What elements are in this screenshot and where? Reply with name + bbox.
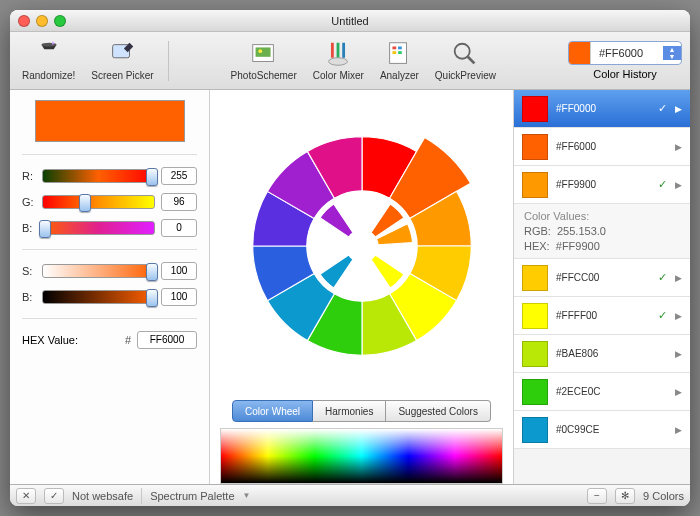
disclosure-icon[interactable]: ▶ bbox=[675, 142, 682, 152]
disclosure-icon[interactable]: ▶ bbox=[675, 273, 682, 283]
slider-r-value[interactable]: 255 bbox=[161, 167, 197, 185]
mixer-icon bbox=[323, 40, 353, 68]
swatch-row[interactable]: #0C99CE ▶ bbox=[514, 411, 690, 449]
slider-br-value[interactable]: 100 bbox=[161, 288, 197, 306]
swatch-row[interactable]: #FF6000 ▶ bbox=[514, 128, 690, 166]
check-icon: ✓ bbox=[658, 271, 667, 284]
panel-center: Color Wheel Harmonies Suggested Colors bbox=[210, 90, 514, 484]
statusbar: ✕ ✓ Not websafe Spectrum Palette ▼ − ✻ 9… bbox=[10, 484, 690, 506]
disclosure-icon[interactable]: ▶ bbox=[675, 425, 682, 435]
status-websafe: Not websafe bbox=[72, 490, 133, 502]
color-history-label: Color History bbox=[593, 68, 657, 80]
slider-g-track[interactable] bbox=[42, 195, 155, 209]
eyedropper-icon bbox=[107, 40, 137, 68]
check-icon: ✓ bbox=[658, 178, 667, 191]
color-values-box: Color Values: RGB: 255.153.0 HEX: #FF990… bbox=[514, 204, 690, 259]
quick-preview-label: QuickPreview bbox=[435, 70, 496, 81]
swatch-row[interactable]: #FFFF00 ✓ ▶ bbox=[514, 297, 690, 335]
history-stepper[interactable]: ▲▼ bbox=[663, 46, 681, 60]
swatch-hex: #FF9900 bbox=[556, 179, 650, 190]
chevron-down-icon[interactable]: ▼ bbox=[243, 491, 251, 500]
svg-point-11 bbox=[455, 44, 470, 59]
slider-br-track[interactable] bbox=[42, 290, 155, 304]
analyzer-icon bbox=[384, 40, 414, 68]
swatch-row[interactable]: #FF9900 ✓ ▶ bbox=[514, 166, 690, 204]
remove-swatch-button[interactable]: − bbox=[587, 488, 607, 504]
tab-harmonies[interactable]: Harmonies bbox=[313, 400, 386, 422]
swatch-hex: #FF6000 bbox=[556, 141, 667, 152]
swatch-row[interactable]: #BAE806 ▶ bbox=[514, 335, 690, 373]
slider-s-track[interactable] bbox=[42, 264, 155, 278]
analyzer-button[interactable]: Analyzer bbox=[376, 38, 423, 83]
slider-g: G: 96 bbox=[22, 193, 197, 211]
screen-picker-button[interactable]: Screen Picker bbox=[87, 38, 157, 83]
swatch-hex: #FFFF00 bbox=[556, 310, 650, 321]
slider-r-track[interactable] bbox=[42, 169, 155, 183]
close-icon[interactable] bbox=[18, 15, 30, 27]
swatch-hex: #2ECE0C bbox=[556, 386, 667, 397]
disclosure-icon[interactable]: ▶ bbox=[675, 387, 682, 397]
swatch-chip bbox=[522, 341, 548, 367]
app-window: Untitled Randomize! Screen Picker PhotoS… bbox=[10, 10, 690, 506]
svg-point-4 bbox=[258, 49, 262, 53]
color-wheel[interactable] bbox=[247, 131, 477, 361]
svg-rect-3 bbox=[255, 47, 270, 56]
swatch-row[interactable]: #FF0000 ✓ ▶ bbox=[514, 90, 690, 128]
wheel-area bbox=[220, 98, 503, 394]
window-title: Untitled bbox=[66, 15, 634, 27]
disclosure-icon[interactable]: ▶ bbox=[675, 311, 682, 321]
swatch-chip bbox=[522, 265, 548, 291]
color-history-field[interactable]: #FF6000 ▲▼ bbox=[568, 41, 682, 65]
slider-b: B: 0 bbox=[22, 219, 197, 237]
disclosure-icon[interactable]: ▶ bbox=[675, 349, 682, 359]
randomize-button[interactable]: Randomize! bbox=[18, 38, 79, 83]
screen-picker-label: Screen Picker bbox=[91, 70, 153, 81]
history-swatch bbox=[569, 42, 591, 64]
svg-rect-9 bbox=[393, 51, 397, 54]
photo-schemer-button[interactable]: PhotoSchemer bbox=[227, 38, 301, 83]
swatch-chip bbox=[522, 134, 548, 160]
disclosure-icon[interactable]: ▶ bbox=[675, 180, 682, 190]
cv-title: Color Values: bbox=[524, 210, 680, 222]
slider-s-value[interactable]: 100 bbox=[161, 262, 197, 280]
status-action-2[interactable]: ✓ bbox=[44, 488, 64, 504]
panel-left: R: 255 G: 96 B: 0 S: 100 B: bbox=[10, 90, 210, 484]
separator bbox=[168, 41, 169, 81]
traffic-lights bbox=[18, 15, 66, 27]
titlebar: Untitled bbox=[10, 10, 690, 32]
slider-b-track[interactable] bbox=[42, 221, 155, 235]
slider-b-value[interactable]: 0 bbox=[161, 219, 197, 237]
main-swatch[interactable] bbox=[35, 100, 185, 142]
color-mixer-label: Color Mixer bbox=[313, 70, 364, 81]
swatch-options-button[interactable]: ✻ bbox=[615, 488, 635, 504]
svg-point-5 bbox=[329, 58, 348, 66]
wand-icon bbox=[34, 40, 64, 68]
check-icon: ✓ bbox=[658, 309, 667, 322]
photo-icon bbox=[249, 40, 279, 68]
center-tabs: Color Wheel Harmonies Suggested Colors bbox=[232, 400, 491, 422]
hex-input[interactable]: FF6000 bbox=[137, 331, 197, 349]
swatch-chip bbox=[522, 96, 548, 122]
toolbar: Randomize! Screen Picker PhotoSchemer Co… bbox=[10, 32, 690, 90]
swatch-chip bbox=[522, 172, 548, 198]
slider-g-value[interactable]: 96 bbox=[161, 193, 197, 211]
tab-color-wheel[interactable]: Color Wheel bbox=[232, 400, 313, 422]
color-mixer-button[interactable]: Color Mixer bbox=[309, 38, 368, 83]
swatch-row[interactable]: #FFCC00 ✓ ▶ bbox=[514, 259, 690, 297]
zoom-icon[interactable] bbox=[54, 15, 66, 27]
photo-schemer-label: PhotoSchemer bbox=[231, 70, 297, 81]
minimize-icon[interactable] bbox=[36, 15, 48, 27]
quick-preview-button[interactable]: QuickPreview bbox=[431, 38, 500, 83]
randomize-label: Randomize! bbox=[22, 70, 75, 81]
disclosure-icon[interactable]: ▶ bbox=[675, 104, 682, 114]
tab-suggested[interactable]: Suggested Colors bbox=[386, 400, 491, 422]
swatch-chip bbox=[522, 417, 548, 443]
panel-right: #FF0000 ✓ ▶ #FF6000 ▶ #FF9900 ✓ ▶ Color … bbox=[514, 90, 690, 484]
swatch-hex: #BAE806 bbox=[556, 348, 667, 359]
spectrum-palette[interactable] bbox=[220, 428, 503, 484]
swatch-hex: #FFCC00 bbox=[556, 272, 650, 283]
history-hex: #FF6000 bbox=[591, 47, 663, 59]
slider-brightness: B: 100 bbox=[22, 288, 197, 306]
swatch-row[interactable]: #2ECE0C ▶ bbox=[514, 373, 690, 411]
status-action-1[interactable]: ✕ bbox=[16, 488, 36, 504]
